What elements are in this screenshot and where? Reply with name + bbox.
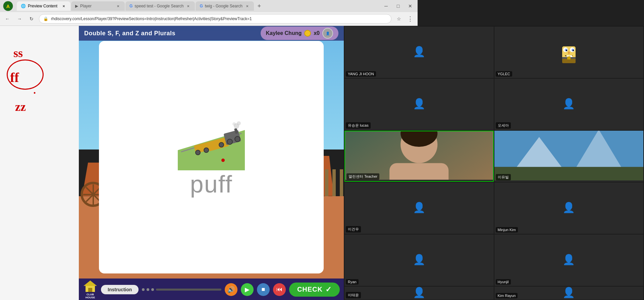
participant-name-yubil: 이유빌 bbox=[496, 174, 511, 180]
participant-avatar-igeonu: 👤 bbox=[344, 182, 494, 232]
participant-osea: 👤 오세아 bbox=[494, 79, 644, 130]
tab-label: Preview Content bbox=[28, 4, 57, 8]
instruction-bar[interactable]: Instruction bbox=[101, 285, 139, 294]
address-bar[interactable]: 🔒 rhdiscovery.com/Lesson/Player/39?Previ… bbox=[39, 14, 391, 24]
stop-button[interactable]: ■ bbox=[257, 283, 270, 296]
landscape-image bbox=[494, 131, 644, 181]
bookmark-button[interactable]: ☆ bbox=[394, 14, 404, 24]
participant-yubil: 이유빌 bbox=[494, 131, 644, 182]
svg-rect-37 bbox=[494, 167, 644, 180]
annotation-dot: • bbox=[34, 90, 36, 97]
word-display: puff bbox=[190, 170, 233, 198]
svg-marker-16 bbox=[84, 281, 97, 286]
annotation-panel: ss ff zz • bbox=[0, 26, 79, 300]
svg-point-12 bbox=[235, 136, 240, 142]
tab-player[interactable]: ▶ Player ✕ bbox=[71, 1, 125, 11]
game-header: Double S, F, and Z and Plurals Kaylee Ch… bbox=[79, 26, 344, 41]
participant-lucas: 👤 유승운 lucas bbox=[344, 79, 494, 130]
tab-preview-content[interactable]: 🌐 Preview Content ✕ bbox=[17, 1, 70, 11]
refresh-button[interactable]: ↻ bbox=[27, 14, 36, 24]
maximize-button[interactable]: □ bbox=[393, 1, 403, 11]
tab-favicon-player: ▶ bbox=[75, 4, 78, 8]
check-label: CHECK bbox=[297, 286, 323, 293]
check-button[interactable]: CHECK ✓ bbox=[289, 283, 340, 297]
participant-name-lucas: 유승운 lucas bbox=[346, 122, 371, 129]
tab-label-twig: twig - Google Search bbox=[205, 4, 243, 8]
forward-button[interactable]: → bbox=[15, 14, 24, 24]
speaker-icon: 🔊 bbox=[227, 286, 235, 293]
word-card: puff bbox=[99, 41, 324, 273]
tab-close-preview[interactable]: ✕ bbox=[61, 3, 66, 9]
back-button[interactable]: ← bbox=[3, 14, 12, 24]
tab-twig[interactable]: G twig - Google Search ✕ bbox=[196, 1, 254, 11]
participant-avatar-yglec bbox=[494, 27, 644, 77]
house-icon bbox=[83, 280, 98, 293]
participant-avatar-yubil bbox=[494, 131, 644, 181]
player-name: Kaylee Chung bbox=[266, 30, 302, 36]
participant-yang-ji-hoon: 👤 YANG JI HOON bbox=[344, 27, 494, 78]
participant-name-itaeyun: 이태윤 bbox=[346, 292, 361, 298]
progress-dot-2 bbox=[147, 288, 149, 291]
stop-icon: ■ bbox=[261, 286, 265, 293]
participant-name-yglec: YGLEC bbox=[496, 71, 512, 77]
svg-point-11 bbox=[227, 139, 232, 144]
tab-close-player[interactable]: ✕ bbox=[115, 3, 121, 9]
svg-rect-36 bbox=[494, 131, 644, 167]
svg-point-25 bbox=[573, 50, 574, 51]
annotation-ss: ss bbox=[13, 46, 23, 60]
participant-avatar-teacher bbox=[345, 131, 493, 180]
lock-icon: 🔒 bbox=[43, 16, 48, 21]
skip-back-button[interactable]: ⏮ bbox=[273, 283, 286, 296]
menu-button[interactable]: ⋮ bbox=[406, 14, 415, 24]
participant-yglec: YGLEC bbox=[494, 27, 644, 78]
play-icon: ▶ bbox=[245, 286, 250, 293]
player-info: Kaylee Chung x0 👤 bbox=[261, 27, 338, 40]
game-viewport: Double S, F, and Z and Plurals Kaylee Ch… bbox=[79, 26, 344, 300]
tab-close-twig[interactable]: ✕ bbox=[245, 3, 250, 9]
tab-label-speed: speed test - Google Search bbox=[135, 4, 183, 8]
participants-panel: 👤 YANG JI HOON bbox=[344, 26, 644, 300]
participant-name-kim-rayun: Kim Rayun bbox=[496, 293, 518, 298]
participant-ryan: 👤 Ryan bbox=[344, 234, 494, 286]
audio-button[interactable]: 🔊 bbox=[225, 283, 237, 296]
svg-rect-31 bbox=[567, 56, 571, 59]
participant-avatar-hyunjil: 👤 bbox=[494, 234, 644, 285]
coin-count: x0 bbox=[314, 30, 320, 36]
participant-avatar-itaeyun: 👤 bbox=[344, 287, 494, 298]
progress-indicator bbox=[142, 288, 221, 291]
tab-close-speed[interactable]: ✕ bbox=[185, 3, 191, 9]
url-text: rhdiscovery.com/Lesson/Player/39?Preview… bbox=[51, 16, 252, 21]
tab-favicon-twig: G bbox=[200, 4, 203, 8]
svg-point-14 bbox=[237, 121, 241, 125]
participant-avatar-minjun: 👤 bbox=[494, 182, 644, 232]
participant-itaeyun: 👤 이태윤 bbox=[344, 287, 494, 300]
tab-speed-test[interactable]: G speed test - Google Search ✕ bbox=[125, 1, 195, 11]
participant-hyunjil: 👤 Hyunjil bbox=[494, 234, 644, 286]
spongebob-avatar bbox=[557, 38, 581, 65]
train-image bbox=[178, 117, 245, 170]
tab-favicon: 🌐 bbox=[21, 4, 26, 8]
new-tab-button[interactable]: + bbox=[255, 1, 264, 11]
main-area: ss ff zz • Double S, F, and Z and Plural… bbox=[0, 26, 644, 300]
browser-chrome: A 🌐 Preview Content ✕ ▶ Player ✕ G speed… bbox=[0, 0, 418, 26]
coin-icon bbox=[304, 30, 311, 37]
clubhouse-button[interactable]: CLUBHOUSE bbox=[83, 280, 98, 299]
annotation-zz: zz bbox=[15, 100, 26, 114]
clubhouse-label: CLUBHOUSE bbox=[86, 293, 95, 299]
browser-logo: A bbox=[3, 1, 13, 11]
tab-favicon-speed: G bbox=[129, 4, 132, 8]
check-icon: ✓ bbox=[325, 285, 332, 294]
participant-name-teacher: 열린센터 Teacher bbox=[346, 173, 379, 180]
svg-point-24 bbox=[566, 50, 567, 51]
participant-avatar: 👤 bbox=[344, 27, 494, 77]
progress-dot-3 bbox=[151, 288, 154, 291]
svg-point-10 bbox=[219, 142, 224, 147]
svg-text:A: A bbox=[6, 4, 10, 9]
minimize-button[interactable]: ─ bbox=[381, 1, 391, 11]
participant-name: YANG JI HOON bbox=[346, 71, 376, 77]
participant-igeonu: 👤 이건우 bbox=[344, 182, 494, 234]
participant-name-minjun: Minjun Kim bbox=[496, 227, 518, 232]
close-button[interactable]: ✕ bbox=[406, 1, 415, 11]
play-button[interactable]: ▶ bbox=[241, 283, 254, 296]
participant-avatar-lucas: 👤 bbox=[344, 79, 494, 129]
